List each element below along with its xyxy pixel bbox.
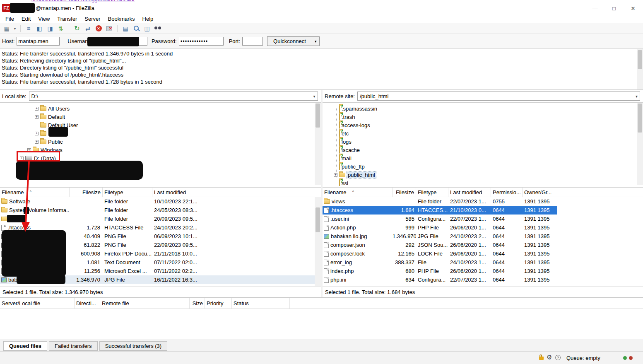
toggle-remote-tree-button[interactable]: ◨ xyxy=(45,24,55,33)
file-row-selected[interactable]: .htaccess 1.684 HTACCES... 21/10/2023 0.… xyxy=(323,206,557,215)
column-header-server-local-file[interactable]: Server/Local file xyxy=(0,298,75,309)
toggle-local-tree-button[interactable]: ◧ xyxy=(34,24,44,33)
close-button[interactable]: ✕ xyxy=(624,2,643,14)
process-queue-button[interactable]: ⇄ xyxy=(83,24,93,33)
maximize-button[interactable]: □ xyxy=(604,2,624,14)
refresh-button[interactable]: ↻ xyxy=(72,24,82,33)
quickconnect-dropdown[interactable]: ▾ xyxy=(312,36,320,46)
column-header-priority[interactable]: Priority xyxy=(205,298,232,309)
column-header-filesize[interactable]: Filesize xyxy=(70,188,103,197)
column-header-remote-file[interactable]: Remote file xyxy=(100,298,190,309)
toggle-transfer-queue-button[interactable]: ⇅ xyxy=(56,24,66,33)
tree-item-logs[interactable]: ? logs xyxy=(334,137,352,146)
directory-listing-button[interactable]: ▤ xyxy=(120,24,130,33)
file-row[interactable]: error_log 388.337 File 24/10/2023 1... 0… xyxy=(323,258,557,267)
remote-tree-scrollbar[interactable] xyxy=(637,103,643,185)
menu-edit[interactable]: Edit xyxy=(18,15,34,23)
remote-site-combo[interactable]: /public_html ▾ xyxy=(357,92,640,101)
file-row[interactable]: File folder 20/09/2023 09:5... xyxy=(0,215,315,223)
menu-bookmarks[interactable]: Bookmarks xyxy=(104,15,139,23)
file-row[interactable]: Action.php 999 PHP File 26/06/2020 1... … xyxy=(323,223,557,232)
scrollbar-thumb[interactable] xyxy=(315,207,320,232)
log-scrollbar[interactable] xyxy=(637,49,643,89)
expand-icon[interactable]: + xyxy=(334,173,337,177)
local-site-combo[interactable]: D:\ ▾ xyxy=(29,92,318,101)
tree-item-public-ftp[interactable]: ? public_ftp xyxy=(334,162,365,171)
tree-item-redacted[interactable]: + xyxy=(35,129,48,137)
column-header-last-modified[interactable]: Last modified xyxy=(448,188,491,197)
tree-item-default[interactable]: + Default xyxy=(35,113,65,121)
expand-icon[interactable]: + xyxy=(35,132,39,135)
window-title: @mantap.men - FileZilla xyxy=(36,5,94,11)
help-icon[interactable]: ? xyxy=(555,355,561,360)
file-row[interactable]: php.ini 634 Configura... 22/07/2023 1...… xyxy=(323,275,557,284)
tree-item-mail[interactable]: ? mail xyxy=(334,154,352,162)
column-header-filetype[interactable]: Filetype xyxy=(103,188,152,197)
scrollbar-thumb[interactable] xyxy=(638,50,642,69)
pane-splitter[interactable] xyxy=(321,90,323,297)
site-manager-button[interactable]: ▦ xyxy=(2,24,12,33)
file-row[interactable]: Software File folder 10/10/2023 22:1... xyxy=(0,197,315,206)
local-tree-scrollbar[interactable] xyxy=(315,103,321,185)
expand-icon[interactable]: + xyxy=(35,115,39,119)
tree-item-ssl[interactable]: ? ssl xyxy=(334,179,348,186)
directory-comparison-button[interactable]: ◫ xyxy=(142,24,152,33)
menu-server[interactable]: Server xyxy=(81,15,104,23)
file-row[interactable]: System Volume Informa... File folder 24/… xyxy=(0,206,315,215)
file-row[interactable]: views File folder 22/07/2023 1... 0755 1… xyxy=(323,197,557,206)
column-header-owner-group[interactable]: Owner/Gr... xyxy=(523,188,557,197)
toggle-message-log-button[interactable]: ≡ xyxy=(24,24,34,33)
tree-item-trash[interactable]: ? .trash xyxy=(334,113,355,121)
menu-help[interactable]: Help xyxy=(139,15,157,23)
tree-item-all-users[interactable]: + All Users xyxy=(35,104,70,113)
tree-item-spamassassin[interactable]: ? .spamassassin xyxy=(334,104,377,113)
file-name: php.ini xyxy=(330,277,346,283)
find-files-button[interactable] xyxy=(153,24,163,33)
column-header-size[interactable]: Size xyxy=(190,298,205,309)
cancel-operation-button[interactable]: ✕ xyxy=(94,24,104,33)
file-row[interactable]: composer.lock 12.165 LOCK File 26/06/202… xyxy=(323,249,557,258)
column-header-permissions[interactable]: Permissio... xyxy=(491,188,523,197)
host-input[interactable] xyxy=(17,37,60,46)
combo-caret-icon[interactable]: ▾ xyxy=(313,94,315,99)
gear-icon[interactable]: ⚙ xyxy=(547,354,552,361)
file-permissions: 0644 xyxy=(491,224,523,231)
tree-item-public[interactable]: + Public xyxy=(35,137,63,146)
port-input[interactable] xyxy=(242,37,263,46)
column-header-filename[interactable]: Filename^ xyxy=(0,188,70,197)
combo-caret-icon[interactable]: ▾ xyxy=(636,94,638,99)
column-header-last-modified[interactable]: Last modified xyxy=(152,188,206,197)
app-logo-text: FZ xyxy=(3,5,9,10)
menu-view[interactable]: View xyxy=(34,15,53,23)
tab-queued-files[interactable]: Queued files xyxy=(3,341,47,351)
menu-file[interactable]: File xyxy=(2,15,18,23)
local-list-scrollbar[interactable] xyxy=(315,197,321,286)
expand-icon[interactable]: + xyxy=(35,140,39,144)
menu-transfer[interactable]: Transfer xyxy=(53,15,81,23)
password-input[interactable] xyxy=(179,37,224,46)
column-header-filesize[interactable]: Filesize xyxy=(393,188,416,197)
tab-failed-transfers[interactable]: Failed transfers xyxy=(49,341,98,351)
expand-icon[interactable]: + xyxy=(35,107,39,111)
disconnect-button[interactable]: ✕ xyxy=(104,24,114,33)
file-row[interactable]: composer.json 292 JSON Sou... 26/06/2020… xyxy=(323,241,557,249)
scrollbar-thumb[interactable] xyxy=(315,104,320,128)
scrollbar-thumb[interactable] xyxy=(638,104,642,133)
file-row[interactable]: babakan lio.jpg 1.346.970 JPG File 24/10… xyxy=(323,232,557,241)
minimize-button[interactable]: — xyxy=(585,2,604,14)
tab-successful-transfers[interactable]: Successful transfers (3) xyxy=(99,341,168,351)
column-header-filetype[interactable]: Filetype xyxy=(416,188,448,197)
site-manager-dropdown-icon[interactable]: ▾ xyxy=(12,24,17,33)
lock-icon[interactable] xyxy=(539,357,544,360)
column-header-filename[interactable]: Filename^ xyxy=(323,188,393,197)
column-header-direction[interactable]: Directi... xyxy=(75,298,100,309)
tree-item-lscache[interactable]: ? lscache xyxy=(334,146,360,154)
filter-button[interactable] xyxy=(131,24,141,33)
quickconnect-button[interactable]: Quickconnect xyxy=(267,36,312,46)
tree-item-public-html[interactable]: + public_html xyxy=(334,171,376,179)
file-row[interactable]: .user.ini 585 Configura... 22/07/2023 1.… xyxy=(323,215,557,223)
column-header-status[interactable]: Status xyxy=(232,298,290,309)
tree-item-etc[interactable]: ? etc xyxy=(334,129,349,137)
file-row[interactable]: index.php 680 PHP File 26/06/2020 1... 0… xyxy=(323,267,557,275)
tree-item-access-logs[interactable]: ? access-logs xyxy=(334,121,370,129)
